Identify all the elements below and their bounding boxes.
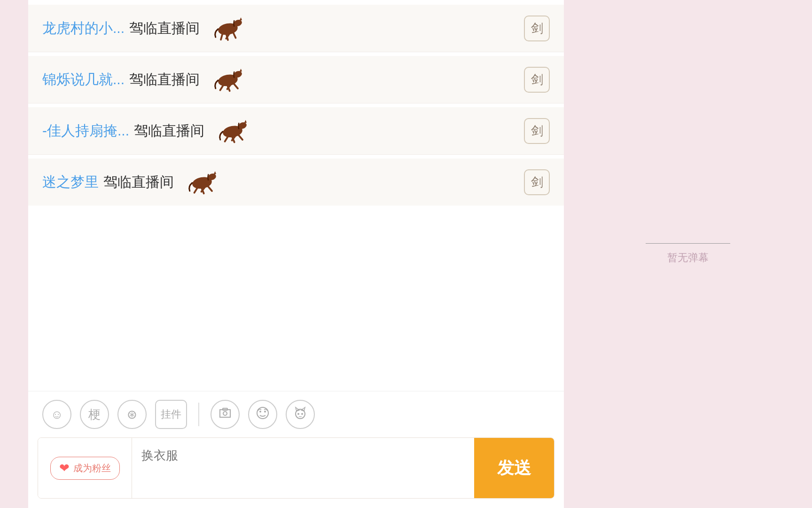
horse-icon-4 xyxy=(183,167,221,197)
meme-icon: 梗 xyxy=(88,406,101,423)
action-3: 驾临直播间 xyxy=(134,121,204,141)
username-4: 迷之梦里 xyxy=(42,173,99,192)
accessory-label: 挂件 xyxy=(161,407,181,421)
meme-button[interactable]: 梗 xyxy=(80,400,109,429)
fan-badge[interactable]: ❤ 成为粉丝 xyxy=(38,438,132,498)
svg-marker-19 xyxy=(244,120,247,123)
list-item: 锦烁说几就... 驾临直播间 xyxy=(28,56,564,103)
svg-point-41 xyxy=(301,413,303,415)
svg-line-7 xyxy=(233,32,235,38)
sword-btn-1[interactable]: 剑 xyxy=(524,16,550,41)
sword-btn-2[interactable]: 剑 xyxy=(524,67,550,93)
item-text-4: 迷之梦里 驾临直播间 xyxy=(42,167,524,197)
svg-line-4 xyxy=(221,33,223,40)
horse-icon-2 xyxy=(209,64,247,95)
separator-line xyxy=(646,243,730,244)
svg-point-34 xyxy=(257,407,268,419)
svg-point-40 xyxy=(297,413,299,415)
sticker-button[interactable]: ⊛ xyxy=(117,400,147,429)
sword-btn-4[interactable]: 剑 xyxy=(524,169,550,195)
right-panel: 暂无弹幕 xyxy=(564,0,812,508)
username-3: -佳人持扇掩... xyxy=(42,121,129,141)
chat-input[interactable] xyxy=(132,438,474,498)
cat-button[interactable] xyxy=(286,400,315,429)
face-button[interactable] xyxy=(248,400,277,429)
toolbar-divider xyxy=(198,403,199,426)
list-item: 迷之梦里 驾临直播间 xyxy=(28,159,564,206)
svg-marker-27 xyxy=(214,171,216,174)
send-button[interactable]: 发送 xyxy=(474,438,554,498)
list-item: -佳人持扇掩... 驾临直播间 xyxy=(28,107,564,155)
fan-badge-inner: ❤ 成为粉丝 xyxy=(50,457,120,480)
horse-icon-3 xyxy=(214,116,251,146)
action-2: 驾临直播间 xyxy=(129,70,200,89)
sword-btn-3[interactable]: 剑 xyxy=(524,118,550,144)
svg-point-32 xyxy=(223,412,227,415)
svg-line-23 xyxy=(239,135,242,140)
face-icon xyxy=(256,406,270,423)
notification-list: 龙虎村的小... 驾临直播间 xyxy=(28,0,564,391)
svg-marker-3 xyxy=(240,17,242,20)
svg-point-36 xyxy=(264,411,266,413)
emoji-icon: ☺ xyxy=(51,407,63,422)
sticker-icon: ⊛ xyxy=(127,407,137,422)
heart-icon: ❤ xyxy=(59,461,70,476)
cat-icon xyxy=(293,405,308,424)
toolbar: ☺ 梗 ⊛ 挂件 xyxy=(28,391,564,437)
horse-icon-1 xyxy=(209,13,247,43)
emoji-button[interactable]: ☺ xyxy=(42,400,71,429)
item-text-1: 龙虎村的小... 驾临直播间 xyxy=(42,13,524,43)
svg-marker-11 xyxy=(240,69,242,71)
camera-icon xyxy=(218,406,232,423)
item-text-3: -佳人持扇掩... 驾临直播间 xyxy=(42,116,524,146)
action-1: 驾临直播间 xyxy=(129,19,200,38)
camera-button[interactable] xyxy=(211,400,240,429)
item-text-2: 锦烁说几就... 驾临直播间 xyxy=(42,64,524,95)
fan-label: 成为粉丝 xyxy=(73,462,111,475)
svg-point-35 xyxy=(259,411,261,413)
input-area: ❤ 成为粉丝 发送 xyxy=(38,437,554,499)
main-container: 龙虎村的小... 驾临直播间 xyxy=(28,0,564,508)
accessory-button[interactable]: 挂件 xyxy=(155,400,187,429)
username-1: 龙虎村的小... xyxy=(42,19,125,38)
svg-line-31 xyxy=(208,186,212,191)
username-2: 锦烁说几就... xyxy=(42,70,125,89)
no-danmaku-text: 暂无弹幕 xyxy=(667,251,709,265)
list-item: 龙虎村的小... 驾临直播间 xyxy=(28,5,564,52)
svg-line-15 xyxy=(234,84,238,88)
action-4: 驾临直播间 xyxy=(103,173,174,192)
